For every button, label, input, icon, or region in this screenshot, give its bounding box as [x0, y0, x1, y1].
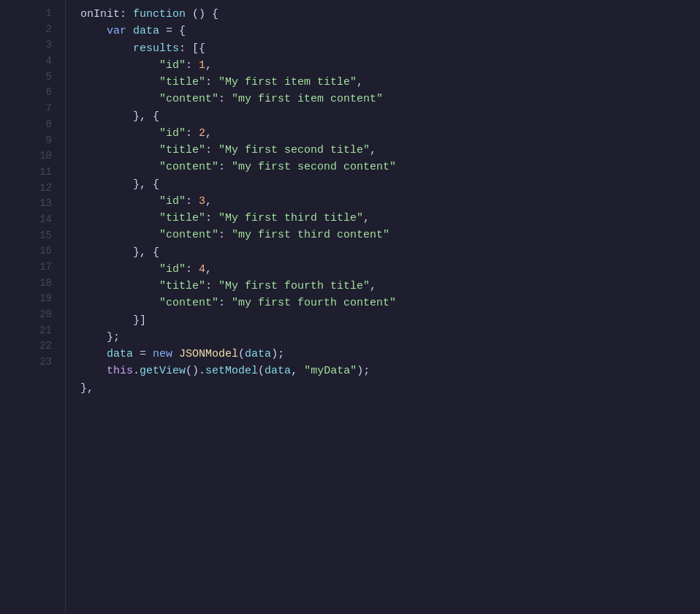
token: , [357, 76, 363, 88]
line-number: 8 [0, 117, 52, 133]
token: "content" [159, 161, 218, 173]
code-line: this.getView().setModel(data, "myData"); [80, 363, 700, 379]
token: setModel [205, 365, 258, 377]
token: data [265, 365, 291, 377]
line-number-gutter: 1234567891011121314151617181920212223 [0, 0, 66, 614]
token [80, 161, 159, 173]
token: "title" [159, 144, 205, 156]
code-line: }, { [80, 108, 700, 125]
code-line: "content": "my first third content" [80, 227, 700, 243]
line-number: 2 [0, 22, 52, 38]
code-line: }, { [80, 176, 700, 193]
token: : [{ [179, 42, 205, 55]
token [80, 195, 159, 208]
token: "content" [159, 297, 218, 309]
code-line: "id": 2, [80, 125, 700, 142]
token [80, 59, 159, 72]
line-number: 23 [0, 355, 52, 371]
token: getView [140, 365, 186, 377]
line-number: 7 [0, 101, 52, 117]
token: , [205, 263, 212, 276]
token: : [205, 212, 218, 224]
token: "my first fourth content" [232, 297, 396, 309]
token: = { [159, 25, 186, 37]
token [80, 263, 159, 276]
code-line: "content": "my first second content" [80, 159, 700, 175]
line-number: 6 [0, 85, 52, 101]
token: "My first fourth title" [218, 280, 370, 292]
code-line: "id": 3, [80, 193, 700, 210]
token: , [363, 212, 370, 224]
token: data [133, 25, 159, 37]
token: "my first third content" [232, 229, 389, 241]
token [80, 76, 159, 88]
token [80, 212, 159, 224]
line-number: 11 [0, 164, 52, 181]
code-line: "title": "My first second title", [80, 142, 700, 159]
token [80, 280, 159, 292]
line-number: 20 [0, 307, 52, 323]
token: "content" [159, 93, 218, 105]
token: "id" [159, 195, 186, 208]
token [80, 144, 159, 156]
line-number: 5 [0, 69, 52, 86]
token: 3 [199, 195, 205, 208]
token: : [205, 280, 218, 292]
token: "id" [159, 127, 186, 140]
token [80, 365, 107, 377]
token [80, 229, 159, 241]
token: this [107, 365, 133, 377]
code-line: results: [{ [80, 40, 700, 57]
line-number: 4 [0, 53, 52, 69]
token: onInit: [80, 8, 133, 20]
token: ); [271, 348, 284, 360]
token: : [186, 127, 199, 140]
code-line: "title": "My first fourth title", [80, 278, 700, 295]
token: 4 [199, 263, 205, 276]
code-line: "content": "my first item content" [80, 91, 700, 107]
token: , [370, 144, 376, 156]
token: "content" [159, 229, 218, 241]
token: }, { [80, 246, 159, 259]
token: }] [80, 314, 146, 327]
token [80, 25, 107, 37]
token: "my first second content" [232, 161, 396, 173]
token [172, 348, 179, 360]
token: () { [186, 8, 218, 20]
token: , [205, 127, 212, 140]
line-number: 16 [0, 243, 52, 259]
token: , [205, 195, 212, 208]
code-line: "content": "my first fourth content" [80, 295, 700, 311]
token: "My first item title" [218, 76, 357, 88]
token: ); [357, 365, 370, 377]
token [80, 348, 107, 360]
token: : [205, 76, 218, 88]
token: : [205, 144, 218, 156]
line-number: 15 [0, 228, 52, 244]
code-line: onInit: function () { [80, 6, 700, 23]
token: "myData" [304, 365, 357, 377]
token: : [186, 59, 199, 72]
token: JSONModel [179, 348, 238, 360]
code-line: }; [80, 329, 700, 346]
token: : [218, 229, 232, 241]
code-line: "title": "My first third title", [80, 210, 700, 227]
token: : [186, 195, 199, 208]
token: new [153, 348, 172, 360]
line-number: 3 [0, 37, 52, 53]
code-editor: 1234567891011121314151617181920212223 on… [0, 0, 700, 614]
token: : [218, 297, 232, 309]
token: ( [238, 348, 245, 360]
token: "My first second title" [218, 144, 370, 156]
token: }, { [80, 110, 159, 123]
token: "my first item content" [232, 93, 383, 105]
token: : [218, 161, 232, 173]
token: : [218, 93, 232, 105]
line-number: 14 [0, 212, 52, 228]
token: (). [186, 365, 205, 377]
line-number: 18 [0, 276, 52, 292]
token: . [133, 365, 140, 377]
token: data [245, 348, 271, 360]
token [80, 93, 159, 105]
code-content[interactable]: onInit: function () { var data = { resul… [66, 0, 700, 614]
